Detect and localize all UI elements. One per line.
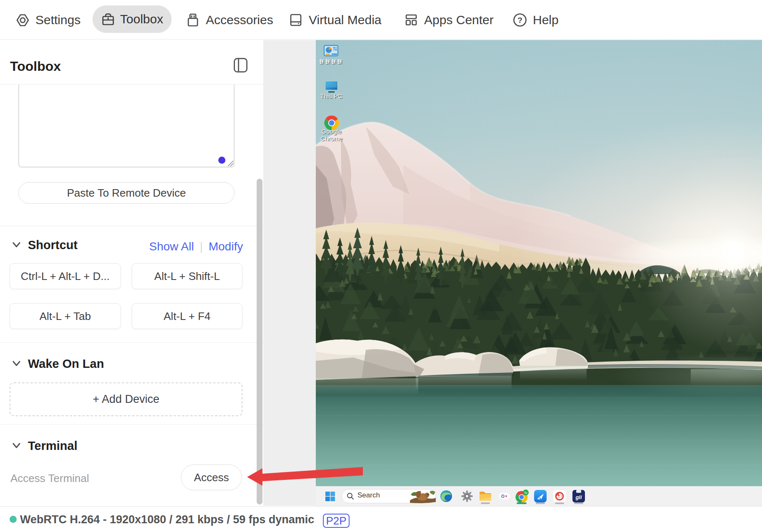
svg-text:Chrome: Chrome [320,135,342,142]
svg-text:This PC: This PC [320,92,343,100]
svg-text:lu: lu [525,491,527,495]
svg-text:gli: gli [575,494,582,500]
svg-text:?: ? [517,16,522,25]
svg-text:Google: Google [322,128,342,135]
